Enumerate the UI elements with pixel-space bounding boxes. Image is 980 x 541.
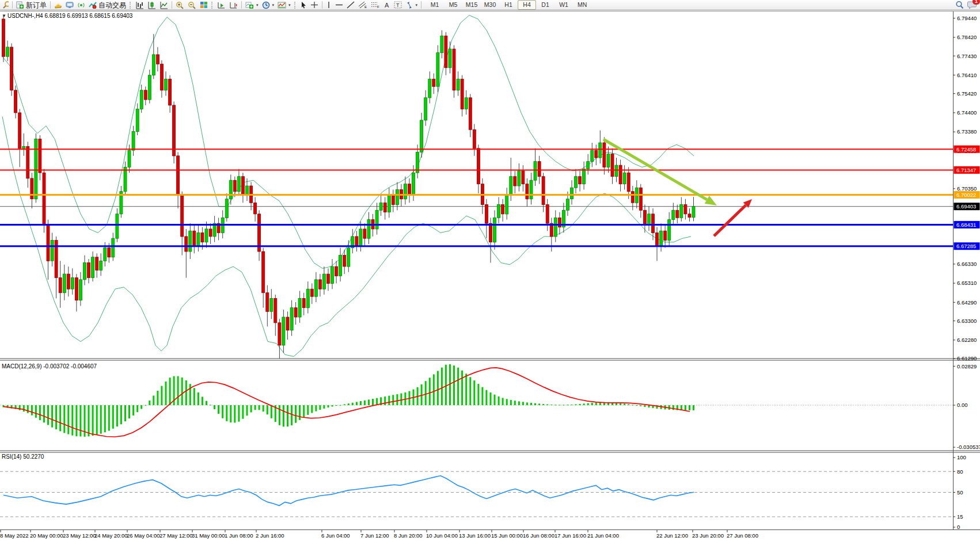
- macd-histogram: [3, 364, 695, 437]
- svg-text:6.66330: 6.66330: [957, 261, 977, 267]
- svg-text:6.71347: 6.71347: [956, 167, 976, 173]
- price-label-6.71347: 6.71347: [954, 166, 980, 174]
- svg-text:26 May 04:00: 26 May 04:00: [127, 532, 160, 539]
- svg-text:6.77430: 6.77430: [957, 53, 977, 59]
- price-label-6.67285: 6.67285: [954, 242, 980, 250]
- svg-text:0.00: 0.00: [957, 402, 968, 408]
- rsi-line: [3, 476, 694, 506]
- svg-text:80: 80: [957, 468, 963, 475]
- svg-text:31 May 00:00: 31 May 00:00: [192, 532, 225, 539]
- svg-text:21 Jun 04:00: 21 Jun 04:00: [587, 532, 619, 539]
- time-axis: 8 May 202220 May 00:0023 May 12:0024 May…: [0, 530, 758, 539]
- svg-text:23 May 12:00: 23 May 12:00: [63, 532, 96, 539]
- svg-text:6.62280: 6.62280: [957, 337, 977, 343]
- svg-text:6.76410: 6.76410: [957, 72, 977, 78]
- svg-text:7 Jun 12:00: 7 Jun 12:00: [360, 532, 389, 539]
- svg-text:0.02829: 0.02829: [957, 363, 977, 369]
- svg-text:6.75420: 6.75420: [957, 90, 977, 97]
- price-axis: 6.794406.784206.774306.764106.754206.744…: [953, 15, 977, 361]
- symbol-title: ▼USDCNH-,H4 6.68819 6.69913 6.68615 6.69…: [2, 13, 133, 19]
- bollinger-bands: [2, 16, 694, 357]
- svg-text:27 May 12:00: 27 May 12:00: [159, 532, 193, 539]
- macd-panel: 0.028290.00-0.030537MACD(12,26,9) -0.003…: [0, 363, 980, 451]
- price-badges: 6.724586.713476.700226.684316.672856.694…: [954, 146, 980, 250]
- svg-text:6.61290: 6.61290: [957, 355, 977, 361]
- svg-text:10 Jun 04:00: 10 Jun 04:00: [426, 532, 458, 539]
- panel-frames: [0, 12, 980, 530]
- current-price-label: 6.69403: [954, 203, 980, 210]
- svg-text:15 Jun 00:00: 15 Jun 00:00: [491, 532, 523, 539]
- svg-text:50: 50: [957, 489, 963, 496]
- svg-text:20 May 00:00: 20 May 00:00: [30, 532, 63, 539]
- svg-text:13 Jun 16:00: 13 Jun 16:00: [459, 532, 491, 539]
- svg-text:15: 15: [957, 513, 963, 520]
- svg-text:6.74400: 6.74400: [957, 109, 977, 116]
- svg-text:6.70350: 6.70350: [957, 185, 977, 192]
- main-price-panel: 6.794406.784206.774306.764106.754206.744…: [0, 15, 977, 361]
- price-label-6.68431: 6.68431: [954, 221, 980, 228]
- svg-text:1 Jun 08:00: 1 Jun 08:00: [225, 532, 253, 539]
- rsi-label: RSI(14) 50.2270: [2, 454, 44, 460]
- svg-text:22 Jun 12:00: 22 Jun 12:00: [656, 532, 688, 539]
- svg-text:8 May 2022: 8 May 2022: [0, 532, 29, 539]
- svg-text:16 Jun 08:00: 16 Jun 08:00: [523, 532, 554, 539]
- svg-text:6.68431: 6.68431: [956, 222, 976, 228]
- symbol-ohlc-text: USDCNH-,H4 6.68819 6.69913 6.68615 6.694…: [7, 13, 133, 19]
- trend-arrows[interactable]: [603, 139, 752, 236]
- svg-text:6.63300: 6.63300: [957, 318, 977, 324]
- svg-text:6.69403: 6.69403: [956, 203, 976, 209]
- price-label-6.72458: 6.72458: [954, 146, 980, 153]
- svg-text:6.65310: 6.65310: [957, 280, 977, 286]
- macd-axis: 0.028290.00-0.030537: [953, 363, 980, 451]
- svg-text:6 Jun 04:00: 6 Jun 04:00: [321, 532, 350, 539]
- macd-signal-line: [3, 368, 690, 437]
- svg-text:27 Jun 08:00: 27 Jun 08:00: [727, 532, 758, 539]
- svg-text:6.78420: 6.78420: [957, 34, 977, 40]
- price-label-6.70022: 6.70022: [954, 191, 980, 199]
- candlesticks: [2, 16, 696, 359]
- svg-text:23 Jun 20:00: 23 Jun 20:00: [692, 532, 724, 539]
- svg-text:2 Jun 16:00: 2 Jun 16:00: [256, 532, 284, 539]
- svg-text:0: 0: [957, 524, 960, 530]
- svg-text:6.64290: 6.64290: [957, 299, 977, 306]
- svg-text:6.79440: 6.79440: [957, 15, 977, 21]
- rsi-panel: 1008050150RSI(14) 50.2270: [0, 454, 966, 530]
- svg-text:6.70022: 6.70022: [956, 192, 976, 198]
- svg-text:100: 100: [957, 454, 966, 460]
- svg-text:6.73380: 6.73380: [957, 128, 977, 135]
- macd-label: MACD(12,26,9) -0.003702 -0.004607: [2, 363, 97, 369]
- rsi-axis: 1008050150: [953, 454, 966, 530]
- svg-text:6.67285: 6.67285: [956, 243, 976, 249]
- svg-text:-0.030537: -0.030537: [957, 444, 980, 450]
- svg-text:8 Jun 20:00: 8 Jun 20:00: [394, 532, 423, 539]
- svg-text:17 Jun 16:00: 17 Jun 16:00: [554, 532, 586, 539]
- svg-text:6.72458: 6.72458: [956, 146, 976, 153]
- chart-area[interactable]: 6.794406.784206.774306.764106.754206.744…: [0, 0, 980, 541]
- svg-text:▼: ▼: [2, 13, 6, 18]
- svg-text:24 May 20:00: 24 May 20:00: [94, 532, 128, 539]
